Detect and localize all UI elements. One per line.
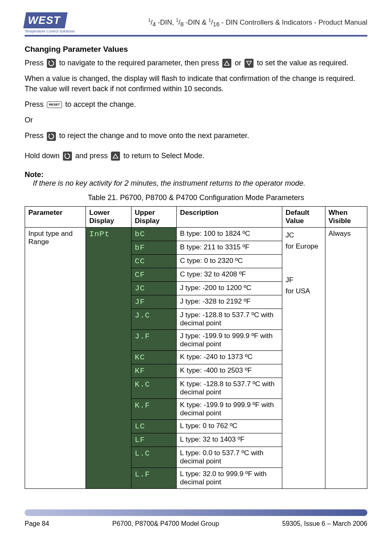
footer-accent-bar <box>25 509 367 516</box>
footer-left: Page 84 <box>25 520 49 527</box>
header-title: 1/4 -DIN, 1/8 -DIN & 1/16 - DIN Controll… <box>148 18 367 28</box>
table-caption: Table 21. P6700, P8700 & P4700 Configura… <box>25 193 367 202</box>
col-upper-display: Upper Display <box>131 207 177 228</box>
description-cell: B type: 211 to 3315 ºF <box>177 241 282 255</box>
reset-icon: RESET <box>47 101 62 108</box>
upper-display-cell: bF <box>131 241 177 255</box>
upper-display-cell: L.C <box>131 447 177 468</box>
upper-display-cell: JF <box>131 295 177 309</box>
upper-display-cell: LC <box>131 420 177 433</box>
description-cell: L type: 32.0 to 999.9 ºF with decimal po… <box>177 468 282 489</box>
note-heading: Note: <box>25 170 367 179</box>
footer-center: P6700, P8700& P4700 Model Group <box>112 520 219 527</box>
up-triangle-icon <box>222 59 231 68</box>
press-accept-text: Press RESET to accept the change. <box>25 99 367 109</box>
description-cell: B type: 100 to 1824 ºC <box>177 228 282 241</box>
upper-display-cell: bC <box>131 228 177 241</box>
col-description: Description <box>177 207 282 228</box>
upper-display-cell: CF <box>131 268 177 282</box>
description-cell: L type: 0.0 to 537.7 ºC with decimal poi… <box>177 447 282 468</box>
logo: WEST Temperature Control Solutions <box>25 12 75 33</box>
upper-display-cell: KC <box>131 351 177 364</box>
col-default: Default Value <box>282 207 325 228</box>
cycle-icon <box>47 132 56 141</box>
table-header-row: Parameter Lower Display Upper Display De… <box>25 207 367 228</box>
description-cell: K type: -128.8 to 537.7 ºC with decimal … <box>177 378 282 399</box>
page-footer: Page 84 P6700, P8700& P4700 Model Group … <box>0 520 392 536</box>
cycle-icon <box>63 152 72 161</box>
param-name-cell: Input type and Range <box>25 228 86 489</box>
description-cell: C type: 32 to 4208 ºF <box>177 268 282 282</box>
up-triangle-icon <box>111 152 120 161</box>
lower-display-cell: InPt <box>86 228 131 489</box>
page-header: WEST Temperature Control Solutions 1/4 -… <box>25 12 367 37</box>
table-row: Input type and RangeInPtbCB type: 100 to… <box>25 228 367 241</box>
description-cell: L type: 0 to 762 ºC <box>177 420 282 433</box>
upper-display-cell: K.C <box>131 378 177 399</box>
upper-display-cell: KF <box>131 364 177 378</box>
description-cell: K type: -400 to 2503 ºF <box>177 364 282 378</box>
logo-main: WEST <box>23 12 68 28</box>
description-cell: L type: 32 to 1403 ºF <box>177 433 282 447</box>
section-heading: Changing Parameter Values <box>25 45 367 54</box>
press-navigate-text: Press to navigate to the required parame… <box>25 58 367 68</box>
or-text: Or <box>25 115 367 125</box>
logo-subtitle: Temperature Control Solutions <box>25 29 75 33</box>
upper-display-cell: CC <box>131 255 177 268</box>
note-body: If there is no key activity for 2 minute… <box>33 179 367 188</box>
upper-display-cell: L.F <box>131 468 177 489</box>
upper-display-cell: LF <box>131 433 177 447</box>
description-cell: K type: -199.9 to 999.9 ºF with decimal … <box>177 399 282 420</box>
parameters-table: Parameter Lower Display Upper Display De… <box>25 206 367 489</box>
upper-display-cell: J.C <box>131 309 177 330</box>
upper-display-cell: J.F <box>131 330 177 351</box>
footer-right: 59305, Issue 6 – March 2006 <box>282 520 367 527</box>
value-changed-text: When a value is changed, the display wil… <box>25 74 367 94</box>
upper-display-cell: JC <box>131 282 177 295</box>
hold-down-text: Hold down and press to return to Select … <box>25 151 367 161</box>
press-reject-text: Press to reject the change and to move o… <box>25 131 367 140</box>
description-cell: J type: -128.8 to 537.7 ºC with decimal … <box>177 309 282 330</box>
cycle-icon <box>47 59 56 68</box>
when-visible-cell: Always <box>325 228 367 489</box>
down-triangle-icon <box>244 59 254 68</box>
description-cell: J type: -199.9 to 999.9 ºF with decimal … <box>177 330 282 351</box>
default-value-cell: JCfor EuropeJFfor USA <box>282 228 325 489</box>
description-cell: J type: -328 to 2192 ºF <box>177 295 282 309</box>
description-cell: J type: -200 to 1200 ºC <box>177 282 282 295</box>
col-lower-display: Lower Display <box>86 207 131 228</box>
col-visible: When Visible <box>325 207 367 228</box>
upper-display-cell: K.F <box>131 399 177 420</box>
description-cell: C type: 0 to 2320 ºC <box>177 255 282 268</box>
col-parameter: Parameter <box>25 207 86 228</box>
description-cell: K type: -240 to 1373 ºC <box>177 351 282 364</box>
